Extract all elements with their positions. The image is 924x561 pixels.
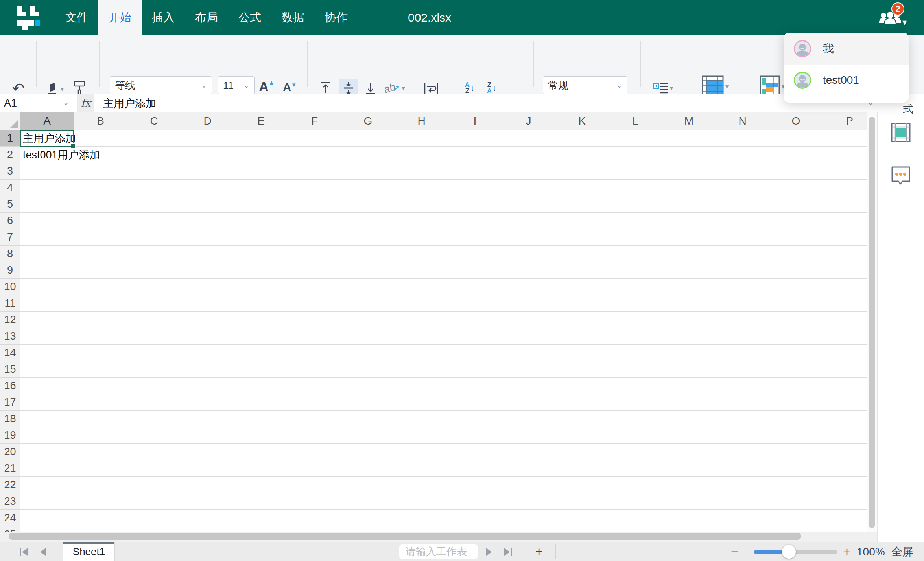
cell-A19[interactable] bbox=[20, 427, 74, 444]
cell-N18[interactable] bbox=[716, 411, 769, 427]
cell-A8[interactable] bbox=[20, 246, 74, 262]
cell-G16[interactable] bbox=[341, 378, 395, 394]
cell-K16[interactable] bbox=[555, 378, 609, 394]
cell-A22[interactable] bbox=[20, 477, 74, 493]
row-header-5[interactable]: 5 bbox=[0, 196, 20, 213]
column-header-M[interactable]: M bbox=[662, 112, 716, 130]
cell-G1[interactable] bbox=[341, 130, 395, 147]
cell-A5[interactable] bbox=[20, 196, 74, 213]
cell-G23[interactable] bbox=[341, 493, 395, 510]
cell-E22[interactable] bbox=[234, 477, 288, 493]
column-header-O[interactable]: O bbox=[769, 112, 823, 130]
tab-home[interactable]: 开始 bbox=[98, 0, 142, 35]
cell-H1[interactable] bbox=[395, 130, 448, 147]
cell-F8[interactable] bbox=[288, 246, 341, 262]
cell-G21[interactable] bbox=[341, 460, 395, 477]
cell-H5[interactable] bbox=[395, 196, 448, 213]
cell-M12[interactable] bbox=[662, 312, 716, 328]
cell-L15[interactable] bbox=[609, 361, 662, 378]
cell-J11[interactable] bbox=[502, 295, 555, 312]
cell-M23[interactable] bbox=[662, 493, 716, 510]
cell-J23[interactable] bbox=[502, 493, 555, 510]
cell-F3[interactable] bbox=[288, 163, 341, 180]
cell-O8[interactable] bbox=[769, 246, 823, 262]
cell-F25[interactable] bbox=[288, 526, 341, 532]
cell-E4[interactable] bbox=[234, 180, 288, 196]
cell-J12[interactable] bbox=[502, 312, 555, 328]
cell-B10[interactable] bbox=[74, 279, 127, 295]
cell-H9[interactable] bbox=[395, 262, 448, 279]
row-header-10[interactable]: 10 bbox=[0, 279, 20, 295]
cell-M16[interactable] bbox=[662, 378, 716, 394]
cell-K10[interactable] bbox=[555, 279, 609, 295]
cell-G19[interactable] bbox=[341, 427, 395, 444]
cell-F20[interactable] bbox=[288, 444, 341, 460]
spreadsheet-grid[interactable]: ABCDEFGHIJKLMNOP1主用户添加2test001用户添加345678… bbox=[0, 112, 877, 532]
cell-D9[interactable] bbox=[181, 262, 234, 279]
cell-M13[interactable] bbox=[662, 328, 716, 345]
cell-D3[interactable] bbox=[181, 163, 234, 180]
cell-B21[interactable] bbox=[74, 460, 127, 477]
cell-I4[interactable] bbox=[448, 180, 502, 196]
cell-I19[interactable] bbox=[448, 427, 502, 444]
row-header-20[interactable]: 20 bbox=[0, 444, 20, 460]
cell-D17[interactable] bbox=[181, 394, 234, 411]
row-header-25[interactable]: 25 bbox=[0, 526, 20, 532]
cell-H24[interactable] bbox=[395, 510, 448, 526]
cell-F7[interactable] bbox=[288, 229, 341, 246]
cell-B3[interactable] bbox=[74, 163, 127, 180]
cell-M19[interactable] bbox=[662, 427, 716, 444]
select-all-corner[interactable] bbox=[0, 112, 20, 130]
cell-K1[interactable] bbox=[555, 130, 609, 147]
cell-N19[interactable] bbox=[716, 427, 769, 444]
cell-M11[interactable] bbox=[662, 295, 716, 312]
cell-N23[interactable] bbox=[716, 493, 769, 510]
cell-K4[interactable] bbox=[555, 180, 609, 196]
column-header-H[interactable]: H bbox=[395, 112, 448, 130]
cell-C22[interactable] bbox=[127, 477, 181, 493]
cell-D21[interactable] bbox=[181, 460, 234, 477]
cell-E25[interactable] bbox=[234, 526, 288, 532]
cell-E8[interactable] bbox=[234, 246, 288, 262]
cell-H6[interactable] bbox=[395, 213, 448, 229]
font-family-select[interactable]: 等线 ⌄ bbox=[110, 76, 212, 94]
cell-C25[interactable] bbox=[127, 526, 181, 532]
cell-B22[interactable] bbox=[74, 477, 127, 493]
cell-L14[interactable] bbox=[609, 345, 662, 361]
cell-A13[interactable] bbox=[20, 328, 74, 345]
cell-D16[interactable] bbox=[181, 378, 234, 394]
cell-M1[interactable] bbox=[662, 130, 716, 147]
cell-J17[interactable] bbox=[502, 394, 555, 411]
cell-B5[interactable] bbox=[74, 196, 127, 213]
cell-F12[interactable] bbox=[288, 312, 341, 328]
cell-I5[interactable] bbox=[448, 196, 502, 213]
cell-I3[interactable] bbox=[448, 163, 502, 180]
cell-M24[interactable] bbox=[662, 510, 716, 526]
cell-A14[interactable] bbox=[20, 345, 74, 361]
cell-O18[interactable] bbox=[769, 411, 823, 427]
cell-H15[interactable] bbox=[395, 361, 448, 378]
cell-A9[interactable] bbox=[20, 262, 74, 279]
cell-F17[interactable] bbox=[288, 394, 341, 411]
cell-J16[interactable] bbox=[502, 378, 555, 394]
cell-F9[interactable] bbox=[288, 262, 341, 279]
column-header-N[interactable]: N bbox=[716, 112, 769, 130]
cell-H8[interactable] bbox=[395, 246, 448, 262]
cell-G13[interactable] bbox=[341, 328, 395, 345]
cell-F4[interactable] bbox=[288, 180, 341, 196]
cell-K22[interactable] bbox=[555, 477, 609, 493]
cell-I9[interactable] bbox=[448, 262, 502, 279]
cell-A21[interactable] bbox=[20, 460, 74, 477]
cell-I22[interactable] bbox=[448, 477, 502, 493]
cell-M9[interactable] bbox=[662, 262, 716, 279]
cell-N22[interactable] bbox=[716, 477, 769, 493]
cell-C1[interactable] bbox=[127, 130, 181, 147]
cell-I23[interactable] bbox=[448, 493, 502, 510]
cell-I18[interactable] bbox=[448, 411, 502, 427]
cell-N12[interactable] bbox=[716, 312, 769, 328]
cell-L21[interactable] bbox=[609, 460, 662, 477]
tab-layout[interactable]: 布局 bbox=[185, 0, 228, 35]
next-sheet-button[interactable] bbox=[485, 542, 493, 561]
cell-O2[interactable] bbox=[769, 147, 823, 163]
column-header-E[interactable]: E bbox=[234, 112, 288, 130]
